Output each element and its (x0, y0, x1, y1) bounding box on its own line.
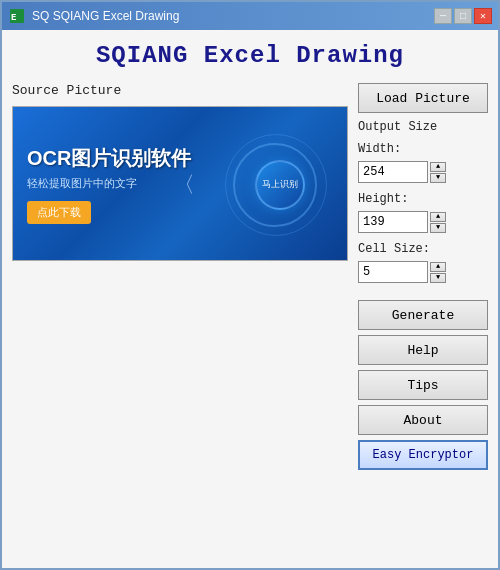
width-down-arrow[interactable]: ▼ (430, 173, 446, 183)
window-controls: ─ □ ✕ (434, 8, 492, 24)
left-panel: Source Picture OCR图片识别软件 轻松提取图片中的文字 点此下载… (12, 83, 348, 558)
cell-size-spinner: ▲ ▼ (358, 261, 488, 283)
ad-download-button[interactable]: 点此下载 (27, 201, 91, 224)
height-arrows: ▲ ▼ (430, 212, 446, 233)
width-input[interactable] (358, 161, 428, 183)
cell-size-label: Cell Size: (358, 242, 488, 256)
main-content: Source Picture OCR图片识别软件 轻松提取图片中的文字 点此下载… (2, 77, 498, 568)
tips-button[interactable]: Tips (358, 370, 488, 400)
output-size-label: Output Size (358, 120, 488, 134)
height-down-arrow[interactable]: ▼ (430, 223, 446, 233)
app-icon: E (8, 7, 26, 25)
easy-encryptor-button[interactable]: Easy Encryptor (358, 440, 488, 470)
generate-button[interactable]: Generate (358, 300, 488, 330)
height-up-arrow[interactable]: ▲ (430, 212, 446, 222)
width-arrows: ▲ ▼ (430, 162, 446, 183)
height-spinner: ▲ ▼ (358, 211, 488, 233)
picture-area[interactable]: OCR图片识别软件 轻松提取图片中的文字 点此下载 〈 马上识别 (12, 106, 348, 261)
svg-text:E: E (11, 13, 17, 23)
ad-circle-button[interactable]: 马上识别 (255, 160, 305, 210)
ad-banner: OCR图片识别软件 轻松提取图片中的文字 点此下载 〈 马上识别 (13, 107, 347, 261)
minimize-button[interactable]: ─ (434, 8, 452, 24)
cell-size-up-arrow[interactable]: ▲ (430, 262, 446, 272)
ad-title: OCR图片识别软件 (27, 145, 333, 172)
close-button[interactable]: ✕ (474, 8, 492, 24)
width-up-arrow[interactable]: ▲ (430, 162, 446, 172)
width-label: Width: (358, 142, 488, 156)
cell-size-input[interactable] (358, 261, 428, 283)
load-picture-button[interactable]: Load Picture (358, 83, 488, 113)
cell-size-arrows: ▲ ▼ (430, 262, 446, 283)
width-spinner: ▲ ▼ (358, 161, 488, 183)
title-bar: E SQ SQIANG Excel Drawing ─ □ ✕ (2, 2, 498, 30)
maximize-button[interactable]: □ (454, 8, 472, 24)
title-bar-text: SQ SQIANG Excel Drawing (32, 9, 428, 23)
help-button[interactable]: Help (358, 335, 488, 365)
main-window: E SQ SQIANG Excel Drawing ─ □ ✕ SQIANG E… (0, 0, 500, 570)
height-input[interactable] (358, 211, 428, 233)
height-label: Height: (358, 192, 488, 206)
app-title: SQIANG Excel Drawing (2, 30, 498, 77)
source-label: Source Picture (12, 83, 348, 98)
right-panel: Load Picture Output Size Width: ▲ ▼ Heig… (358, 83, 488, 558)
about-button[interactable]: About (358, 405, 488, 435)
ad-arrow-icon: 〈 (173, 170, 195, 200)
cell-size-down-arrow[interactable]: ▼ (430, 273, 446, 283)
